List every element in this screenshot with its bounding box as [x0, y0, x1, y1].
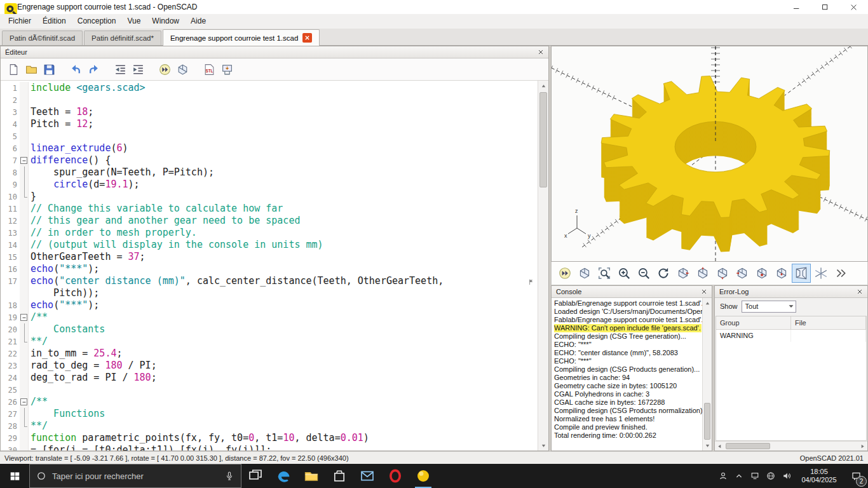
microphone-icon[interactable]	[224, 471, 234, 481]
minimize-button[interactable]	[782, 0, 811, 14]
undo-button[interactable]	[67, 60, 85, 78]
start-button[interactable]	[0, 464, 29, 488]
code-line[interactable]: 28**/	[1, 420, 538, 432]
errorlog-row[interactable]: WARNING	[716, 330, 866, 342]
errorlog-filter-select[interactable]: Tout	[742, 301, 796, 313]
document-tab[interactable]: Engrenage support courroie test 1.scad	[163, 29, 320, 46]
code-line[interactable]: 7difference() {	[1, 154, 538, 166]
console-body[interactable]: Fablab/Engrenage support courroie test 1…	[552, 298, 712, 451]
errorlog-horizontal-scrollbar[interactable]	[715, 441, 867, 451]
code-line[interactable]: 22in_to_mm = 25.4;	[1, 348, 538, 360]
render-button[interactable]	[173, 60, 191, 78]
console-vertical-scrollbar[interactable]	[702, 298, 712, 451]
reset-view-button[interactable]	[654, 264, 673, 283]
unindent-button[interactable]	[111, 60, 129, 78]
code-line[interactable]: 1include <gears.scad>	[1, 82, 538, 94]
scroll-up-button[interactable]	[538, 81, 548, 91]
maximize-button[interactable]	[811, 0, 839, 14]
code-line[interactable]: 4Pitch = 12;	[1, 118, 538, 130]
save-file-button[interactable]	[40, 60, 58, 78]
close-button[interactable]	[839, 0, 868, 14]
code-line[interactable]: 11// Change this variable to calculate h…	[1, 203, 538, 215]
scrollbar-thumb[interactable]	[539, 92, 547, 187]
indent-button[interactable]	[129, 60, 147, 78]
store-taskbar-button[interactable]	[325, 464, 353, 488]
code-line[interactable]: 21**/	[1, 336, 538, 348]
scrollbar-thumb[interactable]	[726, 443, 770, 449]
code-line[interactable]: 24deg_to_rad = PI / 180;	[1, 372, 538, 384]
scroll-right-button[interactable]	[858, 442, 867, 451]
code-line[interactable]: 26/**	[1, 396, 538, 408]
speaker-tray-button[interactable]	[778, 464, 794, 488]
zoom-in-button[interactable]	[614, 264, 634, 283]
code-line[interactable]: 20 Constants	[1, 323, 538, 336]
view-top-button[interactable]	[693, 264, 712, 283]
zoom-all-button[interactable]	[595, 264, 614, 283]
errorlog-table[interactable]: GroupFile WARNING	[715, 316, 867, 441]
code-line[interactable]: 5	[1, 130, 538, 142]
code-line[interactable]: 2	[1, 94, 538, 106]
fold-marker[interactable]	[20, 311, 29, 323]
code-line[interactable]: 9 circle(d=19.1);	[1, 179, 538, 191]
document-tab[interactable]: Patin dÃ©finitif.scad	[2, 30, 83, 45]
code-line[interactable]: 10}	[1, 191, 538, 203]
menu-fichier[interactable]: Fichier	[3, 14, 37, 29]
editor-panel-close-button[interactable]	[536, 47, 546, 57]
zoom-out-button[interactable]	[634, 264, 653, 283]
view-right-button[interactable]	[674, 264, 693, 283]
more-button[interactable]	[831, 264, 850, 283]
user-tray-button[interactable]	[715, 464, 731, 488]
errorlog-panel-close-button[interactable]	[855, 287, 865, 297]
scroll-down-button[interactable]	[538, 440, 548, 451]
code-line[interactable]: 30= [for(i = [t0:delta:t1]) [fx(i), fy(i…	[1, 444, 538, 451]
code-line[interactable]: 12// this gear and another gear need to …	[1, 215, 538, 227]
print-3d-button[interactable]	[218, 60, 236, 78]
view-left-button[interactable]	[733, 264, 752, 283]
new-file-button[interactable]	[4, 60, 22, 78]
view-front-button[interactable]	[752, 264, 771, 283]
errorlog-column-header[interactable]: Group	[716, 316, 791, 329]
view-bottom-button[interactable]	[713, 264, 732, 283]
scrollbar-thumb[interactable]	[704, 403, 710, 440]
redo-button[interactable]	[85, 60, 102, 78]
code-line[interactable]: 15OtherGearTeeth = 37;	[1, 251, 538, 263]
task-view-taskbar-button[interactable]	[241, 464, 269, 488]
scroll-down-button[interactable]	[703, 440, 712, 451]
code-line[interactable]: 17echo("center distance (mm)", calc_cent…	[1, 275, 538, 287]
code-line[interactable]: 6linear_extrude(6)	[1, 142, 538, 154]
fold-marker[interactable]	[20, 166, 29, 179]
menu-aide[interactable]: Aide	[185, 14, 212, 29]
explorer-taskbar-button[interactable]	[297, 464, 325, 488]
chevron-up-tray-button[interactable]	[731, 464, 747, 488]
viewport-3d[interactable]: xyz	[551, 46, 868, 262]
taskbar-search[interactable]: Taper ici pour rechercher	[29, 464, 241, 488]
edge-taskbar-button[interactable]	[269, 464, 297, 488]
console-panel-close-button[interactable]	[699, 287, 709, 297]
fold-marker[interactable]	[20, 191, 29, 203]
fold-marker[interactable]	[20, 420, 29, 432]
view-perspective-button[interactable]	[792, 264, 811, 283]
fold-marker[interactable]	[20, 154, 29, 166]
code-line[interactable]: 14// (output will display in the console…	[1, 239, 538, 251]
code-line[interactable]: 27 Functions	[1, 408, 538, 420]
preview-button[interactable]	[156, 60, 173, 78]
taskbar-clock[interactable]: 18:05 04/04/2025	[794, 464, 844, 488]
render-button[interactable]	[575, 264, 594, 283]
code-line[interactable]: 16echo("***");	[1, 263, 538, 275]
scroll-up-button[interactable]	[703, 298, 712, 308]
fold-marker[interactable]	[20, 323, 29, 336]
code-line[interactable]: 3Teeth = 18;	[1, 106, 538, 118]
titlebar[interactable]: Engrenage support courroie test 1.scad -…	[0, 0, 868, 14]
code-line[interactable]: 23rad_to_deg = 180 / PI;	[1, 360, 538, 372]
fold-marker[interactable]	[20, 179, 29, 191]
code-editor[interactable]: 1include <gears.scad>23Teeth = 18;4Pitch…	[1, 81, 548, 451]
mail-taskbar-button[interactable]	[353, 464, 381, 488]
preview-button[interactable]	[555, 264, 574, 283]
code-line[interactable]: 29function parametric_points(fx, fy, t0=…	[1, 432, 538, 444]
menu-conception[interactable]: Conception	[72, 14, 122, 29]
code-line[interactable]: 13// in order to mesh properly.	[1, 227, 538, 239]
export-stl-button[interactable]: STL	[200, 60, 218, 78]
view-axes-button[interactable]	[811, 264, 831, 283]
menu-vue[interactable]: Vue	[121, 14, 146, 29]
view-back-button[interactable]	[772, 264, 791, 283]
